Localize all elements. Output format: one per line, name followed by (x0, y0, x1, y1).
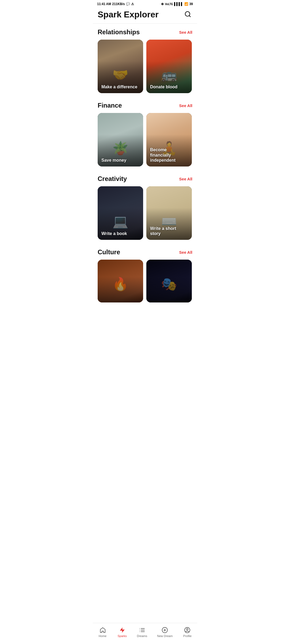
write-book-card[interactable]: Write a book (98, 186, 143, 240)
header: Spark Explorer (93, 7, 197, 24)
relationships-cards: Make a difference Donate blood (98, 40, 192, 95)
app-title: Spark Explorer (98, 10, 159, 20)
time: 11:41 AM (97, 2, 111, 6)
relationships-title: Relationships (98, 28, 140, 36)
culture-cards (98, 260, 192, 304)
write-story-label: Write a short story (150, 226, 188, 236)
donate-blood-label: Donate blood (150, 84, 177, 89)
finance-see-all[interactable]: See All (179, 103, 192, 108)
whatsapp-icon: 💬 (126, 2, 130, 6)
culture-section: Culture See All (93, 244, 197, 306)
finance-section: Finance See All Save money Become financ… (93, 97, 197, 170)
creativity-cards: Write a book Write a short story (98, 186, 192, 241)
financially-independent-label: Become financially independent (150, 147, 188, 163)
culture-1-visual (98, 260, 143, 302)
bluetooth-icon: ⊕ (161, 2, 164, 6)
culture-card-1[interactable] (98, 260, 143, 302)
finance-header: Finance See All (98, 102, 192, 109)
finance-title: Finance (98, 102, 122, 109)
wifi-icon: 📶 (184, 2, 188, 6)
main-content: Relationships See All Make a difference … (93, 24, 197, 328)
svg-line-1 (189, 16, 190, 17)
save-money-card[interactable]: Save money (98, 113, 143, 166)
status-right: ⊕ VoLTE ▌▌▌▌ 📶 39 (161, 2, 193, 6)
write-story-card[interactable]: Write a short story (146, 186, 192, 240)
relationships-see-all[interactable]: See All (179, 30, 192, 35)
make-difference-card[interactable]: Make a difference (98, 40, 143, 93)
donate-blood-card[interactable]: Donate blood (146, 40, 192, 93)
culture-card-2[interactable] (146, 260, 192, 302)
status-bar: 11:41 AM 211KB/s 💬 ⚠ ⊕ VoLTE ▌▌▌▌ 📶 39 (93, 0, 197, 7)
make-difference-label: Make a difference (101, 84, 137, 89)
lte-icon: VoLTE (165, 3, 173, 6)
finance-cards: Save money Become financially independen… (98, 113, 192, 168)
write-book-label: Write a book (101, 231, 127, 236)
signal-icon: ▌▌▌▌ (174, 2, 183, 6)
financially-independent-card[interactable]: Become financially independent (146, 113, 192, 166)
culture-2-visual (146, 260, 192, 302)
creativity-title: Creativity (98, 175, 127, 183)
culture-title: Culture (98, 248, 120, 256)
culture-header: Culture See All (98, 248, 192, 256)
relationships-section: Relationships See All Make a difference … (93, 24, 197, 97)
creativity-see-all[interactable]: See All (179, 177, 192, 181)
speed: 211KB/s (112, 2, 125, 6)
creativity-header: Creativity See All (98, 175, 192, 183)
relationships-header: Relationships See All (98, 28, 192, 36)
status-left: 11:41 AM 211KB/s 💬 ⚠ (97, 2, 134, 6)
battery-icon: 39 (189, 2, 193, 6)
search-icon (184, 11, 191, 18)
culture-see-all[interactable]: See All (179, 250, 192, 255)
save-money-label: Save money (101, 158, 126, 163)
warning-icon: ⚠ (131, 2, 134, 6)
creativity-section: Creativity See All Write a book Write a … (93, 170, 197, 244)
search-button[interactable] (183, 10, 192, 20)
